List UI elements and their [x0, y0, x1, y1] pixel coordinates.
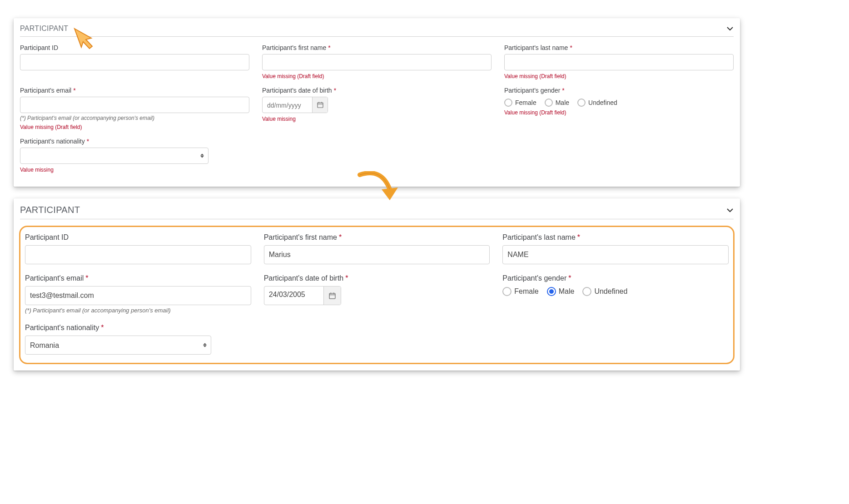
- first-name-field: Participant's first name*: [264, 233, 490, 264]
- panel-title: PARTICIPANT: [20, 205, 80, 215]
- email-hint: (*) Participant's email (or accompanying…: [20, 115, 249, 121]
- required-star: *: [570, 44, 572, 51]
- gender-radio-undefined[interactable]: Undefined: [582, 287, 627, 296]
- gender-field: Participant's gender* Female Male Undefi…: [504, 87, 734, 130]
- email-input[interactable]: [25, 286, 251, 305]
- panel-title: PARTICIPANT: [20, 25, 68, 33]
- gender-label: Participant's gender*: [502, 274, 729, 282]
- required-star: *: [345, 274, 348, 282]
- dob-input[interactable]: [264, 287, 323, 303]
- dob-field: Participant's date of birth* Value missi…: [262, 87, 492, 130]
- participant-id-label: Participant ID: [20, 44, 249, 51]
- chevron-down-icon: [726, 207, 734, 214]
- required-star: *: [87, 138, 89, 145]
- email-error: Value missing (Draft field): [20, 124, 249, 130]
- participant-panel-empty: PARTICIPANT Participant ID Participant's…: [14, 18, 740, 187]
- first-name-field: Participant's first name* Value missing …: [262, 44, 492, 79]
- required-star: *: [328, 44, 330, 51]
- email-hint: (*) Participant's email (or accompanying…: [25, 307, 251, 314]
- email-input[interactable]: [20, 97, 249, 113]
- required-star: *: [577, 233, 580, 241]
- radio-icon: [545, 99, 553, 107]
- last-name-field: Participant's last name*: [502, 233, 729, 264]
- dob-field: Participant's date of birth*: [264, 274, 490, 314]
- radio-icon: [502, 287, 511, 296]
- annotation-pointer-arrow-icon: [73, 27, 96, 50]
- panel-header[interactable]: PARTICIPANT: [20, 25, 734, 37]
- participant-id-label: Participant ID: [25, 233, 251, 242]
- nationality-select[interactable]: [20, 148, 209, 164]
- calendar-button[interactable]: [312, 97, 328, 113]
- nationality-error: Value missing: [20, 167, 249, 173]
- participant-id-input[interactable]: [25, 245, 251, 264]
- nationality-field: Participant's nationality* Romania: [25, 324, 251, 355]
- radio-icon: [577, 99, 586, 107]
- radio-icon: [504, 99, 512, 107]
- required-star: *: [568, 274, 571, 282]
- radio-icon: [547, 287, 556, 296]
- last-name-error: Value missing (Draft field): [504, 73, 734, 79]
- radio-icon: [582, 287, 591, 296]
- dob-input-group: [262, 97, 328, 113]
- gender-radio-male[interactable]: Male: [545, 99, 569, 107]
- last-name-input[interactable]: [502, 245, 729, 264]
- first-name-input[interactable]: [262, 54, 492, 70]
- required-star: *: [562, 87, 564, 94]
- last-name-label: Participant's last name*: [504, 44, 734, 51]
- email-field: Participant's email* (*) Participant's e…: [20, 87, 249, 130]
- participant-id-field: Participant ID: [20, 44, 249, 79]
- gender-radio-female[interactable]: Female: [502, 287, 538, 296]
- participant-id-input[interactable]: [20, 54, 249, 70]
- last-name-input[interactable]: [504, 54, 734, 70]
- chevron-down-icon: [726, 25, 734, 32]
- dob-error: Value missing: [262, 116, 492, 122]
- participant-id-field: Participant ID: [25, 233, 251, 264]
- gender-radio-female[interactable]: Female: [504, 99, 536, 107]
- dob-label: Participant's date of birth*: [264, 274, 490, 282]
- required-star: *: [334, 87, 336, 94]
- calendar-icon: [329, 292, 336, 299]
- nationality-label: Participant's nationality*: [25, 324, 251, 332]
- last-name-label: Participant's last name*: [502, 233, 729, 242]
- gender-label: Participant's gender*: [504, 87, 734, 94]
- highlight-annotation-box: Participant ID Participant's first name*…: [19, 226, 735, 364]
- required-star: *: [339, 233, 342, 241]
- gender-radio-male[interactable]: Male: [547, 287, 575, 296]
- gender-error: Value missing (Draft field): [504, 109, 734, 116]
- calendar-icon: [317, 102, 323, 108]
- participant-panel-filled: PARTICIPANT Participant ID Participant's…: [14, 198, 740, 371]
- nationality-label: Participant's nationality*: [20, 138, 249, 145]
- first-name-input[interactable]: [264, 245, 490, 264]
- required-star: *: [85, 274, 88, 282]
- annotation-curved-arrow-icon: [354, 171, 400, 204]
- nationality-field: Participant's nationality* Value missing: [20, 138, 249, 173]
- gender-field: Participant's gender* Female Male Undefi…: [502, 274, 729, 314]
- email-field: Participant's email* (*) Participant's e…: [25, 274, 251, 314]
- gender-radio-group: Female Male Undefined: [504, 97, 734, 107]
- gender-radio-group: Female Male Undefined: [502, 286, 729, 296]
- email-label: Participant's email*: [25, 274, 251, 282]
- first-name-error: Value missing (Draft field): [262, 73, 492, 79]
- required-star: *: [101, 324, 104, 331]
- panel-header[interactable]: PARTICIPANT: [20, 205, 734, 219]
- first-name-label: Participant's first name*: [264, 233, 490, 242]
- dob-label: Participant's date of birth*: [262, 87, 492, 94]
- calendar-button[interactable]: [323, 287, 341, 305]
- first-name-label: Participant's first name*: [262, 44, 492, 51]
- dob-input-group: [264, 286, 341, 305]
- gender-radio-undefined[interactable]: Undefined: [577, 99, 617, 107]
- svg-rect-4: [329, 293, 335, 299]
- required-star: *: [73, 87, 75, 94]
- nationality-select[interactable]: Romania: [25, 336, 211, 355]
- email-label: Participant's email*: [20, 87, 249, 94]
- last-name-field: Participant's last name* Value missing (…: [504, 44, 734, 79]
- svg-rect-0: [318, 103, 323, 108]
- dob-input[interactable]: [263, 97, 312, 114]
